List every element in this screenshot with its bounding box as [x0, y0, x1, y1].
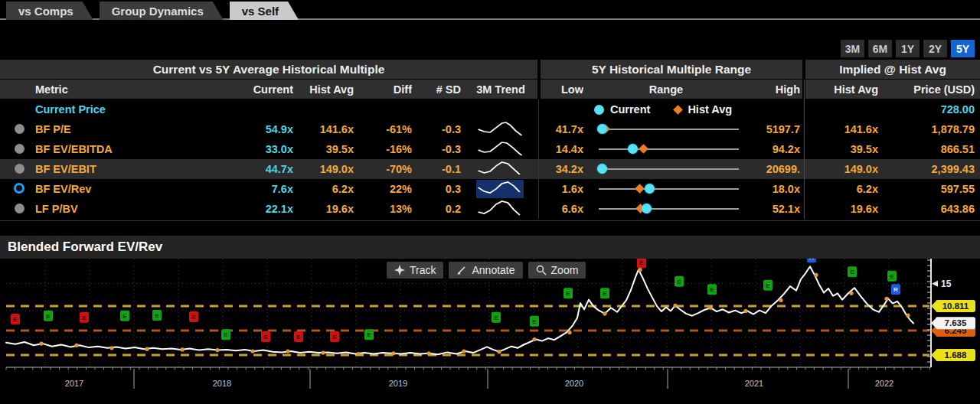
low-value: 41.7x — [536, 119, 583, 139]
svg-text:E: E — [766, 282, 770, 289]
diff-value: -70% — [358, 159, 412, 179]
legend-histavg-diamond-icon — [674, 105, 684, 115]
svg-text:E: E — [677, 279, 681, 285]
annotate-button-label: Annotate — [472, 264, 514, 276]
svg-text:E: E — [155, 312, 159, 319]
range-button-5y[interactable]: 5Y — [951, 40, 975, 57]
range-slider[interactable] — [599, 188, 739, 190]
implied-hist-avg: 149.0x — [809, 159, 878, 179]
svg-text:10.811: 10.811 — [942, 301, 969, 311]
svg-text:2021: 2021 — [745, 379, 763, 388]
track-button[interactable]: Track — [387, 262, 443, 279]
svg-text:E: E — [191, 314, 196, 321]
chart-title-bar: Blended Forward EV/Rev — [0, 236, 980, 259]
implied-price: 866.51 — [890, 139, 975, 159]
section-divider — [538, 99, 539, 219]
legend-histavg-label: Hist Avg — [688, 99, 732, 119]
svg-text:E: E — [603, 290, 607, 297]
tab-vs-self[interactable]: vs Self — [230, 2, 299, 20]
range-button-6m[interactable]: 6M — [868, 40, 892, 57]
svg-text:E: E — [122, 313, 127, 320]
sd-value: 0.2 — [416, 199, 461, 219]
col-header-range[interactable]: Range — [591, 80, 741, 99]
col-header-3m-trend[interactable]: 3M Trend — [469, 80, 533, 99]
row-radio[interactable] — [15, 204, 24, 213]
implied-hist-avg: 6.2x — [809, 179, 878, 199]
metric-label: BF EV/Rev — [35, 179, 223, 199]
range-slider[interactable] — [599, 168, 739, 170]
tab-bar: vs Comps Group Dynamics vs Self — [0, 0, 980, 20]
current-price-row: Current Price Current Hist Avg 728.00 — [0, 99, 980, 119]
high-value: 18.0x — [727, 179, 800, 199]
svg-text:2018: 2018 — [213, 379, 231, 388]
zoom-button[interactable]: Zoom — [528, 262, 586, 279]
trend-sparkline — [476, 180, 524, 198]
low-value: 6.6x — [536, 199, 583, 219]
hist-avg-value: 19.6x — [294, 199, 354, 219]
chart-toolbar: Track Annotate Zoom — [387, 262, 586, 279]
implied-hist-avg: 141.6x — [809, 119, 878, 139]
zoom-button-label: Zoom — [551, 264, 579, 276]
row-radio[interactable] — [15, 124, 24, 134]
tab-vs-comps[interactable]: vs Comps — [6, 2, 93, 20]
col-header-metric[interactable]: Metric — [35, 80, 223, 99]
trend-sparkline — [476, 160, 524, 178]
sd-value: 0.3 — [416, 179, 461, 199]
multiples-table: Current vs 5Y Average Historical Multipl… — [0, 60, 980, 221]
svg-text:E: E — [532, 318, 537, 325]
range-legend: Current Hist Avg — [594, 99, 744, 119]
table-row-lf-p-bv[interactable]: LF P/BV 22.1x 19.6x 13% 0.2 6.6x 52.1x 1… — [0, 199, 980, 219]
metric-label: BF P/E — [35, 119, 223, 139]
range-slider[interactable] — [599, 208, 739, 210]
group-header-current-vs-avg: Current vs 5Y Average Historical Multipl… — [0, 60, 537, 79]
price-chart[interactable]: EEEEEEEEEEEEEEEEEEEREER20172018201920202… — [0, 259, 980, 404]
group-header-range: 5Y Historical Multiple Range — [541, 60, 802, 79]
range-button-2y[interactable]: 2Y — [923, 40, 947, 57]
annotate-button[interactable]: Annotate — [449, 262, 522, 279]
table-row-bf-pe[interactable]: BF P/E 54.9x 141.6x -61% -0.3 41.7x 5197… — [0, 119, 980, 139]
table-row-bf-ev-rev[interactable]: BF EV/Rev 7.6x 6.2x 22% 0.3 1.6x 18.0x 6… — [0, 179, 980, 199]
table-row-bf-ev-ebitda[interactable]: BF EV/EBITDA 33.0x 39.5x -16% -0.3 14.4x… — [0, 139, 980, 159]
high-value: 20699. — [727, 159, 800, 179]
svg-text:E: E — [332, 334, 337, 340]
col-header-high[interactable]: High — [727, 80, 800, 99]
svg-text:E: E — [82, 314, 87, 321]
sd-value: -0.1 — [416, 159, 461, 179]
svg-text:15: 15 — [941, 279, 952, 289]
svg-text:2022: 2022 — [875, 379, 893, 388]
svg-text:E: E — [13, 316, 18, 323]
col-header-current[interactable]: Current — [226, 80, 293, 99]
row-radio[interactable] — [15, 164, 24, 174]
range-slider[interactable] — [599, 148, 739, 150]
range-slider[interactable] — [599, 129, 739, 130]
diff-value: 13% — [358, 199, 412, 219]
group-header-implied: Implied @ Hist Avg — [805, 60, 980, 79]
col-header-implied-hist-avg[interactable]: Hist Avg — [809, 80, 878, 99]
tab-group-dynamics[interactable]: Group Dynamics — [100, 2, 224, 20]
col-header-low[interactable]: Low — [536, 80, 583, 99]
col-header-diff[interactable]: Diff — [358, 80, 412, 99]
current-dot — [642, 204, 652, 213]
implied-price: 1,878.79 — [890, 119, 975, 139]
sd-value: -0.3 — [416, 139, 461, 159]
low-value: 14.4x — [536, 139, 583, 159]
range-button-3m[interactable]: 3M — [841, 40, 864, 57]
current-value: 7.6x — [226, 179, 293, 199]
current-dot — [628, 144, 638, 154]
current-value: 33.0x — [226, 139, 293, 159]
track-button-label: Track — [410, 264, 436, 276]
col-header-hist-avg[interactable]: Hist Avg — [294, 80, 354, 99]
range-button-1y[interactable]: 1Y — [896, 40, 920, 57]
hist-avg-value: 141.6x — [294, 119, 354, 139]
row-radio[interactable] — [15, 144, 24, 154]
svg-text:E: E — [263, 334, 268, 340]
col-header-sd[interactable]: # SD — [416, 80, 461, 99]
row-radio[interactable] — [14, 183, 24, 194]
range-button-group: 3M 6M 1Y 2Y 5Y — [841, 40, 975, 57]
col-header-price-usd[interactable]: Price (USD) — [890, 80, 975, 99]
sd-value: -0.3 — [416, 119, 461, 139]
svg-text:E: E — [494, 314, 498, 321]
high-value: 5197.7 — [727, 119, 800, 139]
table-row-bf-ev-ebit[interactable]: BF EV/EBIT 44.7x 149.0x -70% -0.1 34.2x … — [0, 159, 980, 179]
hist-avg-diamond — [635, 184, 645, 194]
